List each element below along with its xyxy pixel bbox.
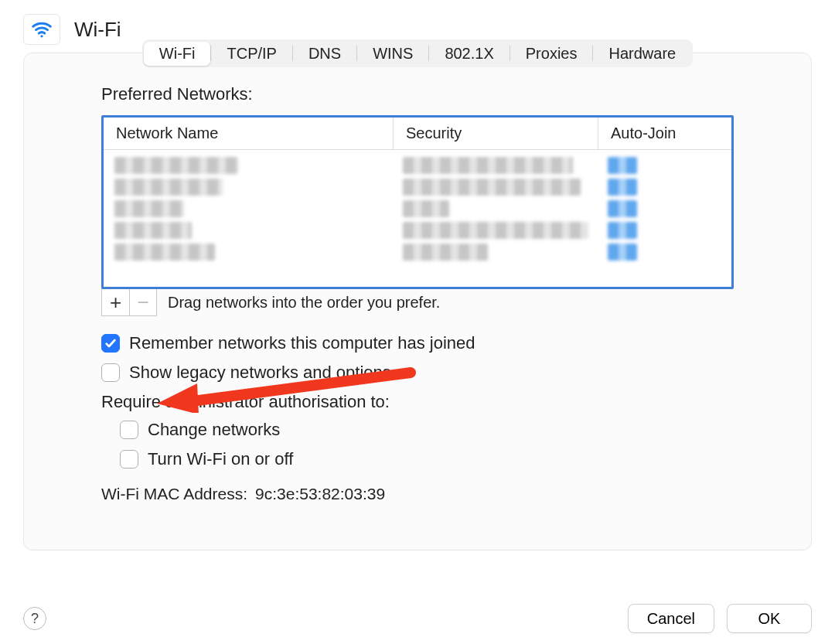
show-legacy-checkbox[interactable] <box>101 363 120 382</box>
add-network-button[interactable]: + <box>101 288 129 316</box>
drag-hint-text: Drag networks into the order you prefer. <box>168 294 440 312</box>
svg-point-0 <box>40 35 43 37</box>
settings-panel: Wi-Fi TCP/IP DNS WINS 802.1X Proxies Har… <box>23 53 812 550</box>
column-security[interactable]: Security <box>394 118 598 149</box>
cancel-button[interactable]: Cancel <box>628 604 714 633</box>
remember-networks-checkbox[interactable] <box>101 334 120 353</box>
mac-address-label: Wi-Fi MAC Address: <box>101 485 247 503</box>
mac-address-value: 9c:3e:53:82:03:39 <box>255 485 385 503</box>
ok-button[interactable]: OK <box>727 604 812 633</box>
remember-networks-label: Remember networks this computer has join… <box>129 333 475 353</box>
table-row[interactable] <box>113 220 722 241</box>
column-auto-join[interactable]: Auto-Join <box>598 118 731 149</box>
change-networks-checkbox[interactable] <box>120 421 138 439</box>
wifi-onoff-label: Turn Wi-Fi on or off <box>148 449 293 469</box>
remove-network-button[interactable]: − <box>129 288 157 316</box>
admin-authorisation-label: Require administrator authorisation to: <box>101 392 734 412</box>
column-network-name[interactable]: Network Name <box>104 118 394 149</box>
show-legacy-label: Show legacy networks and options <box>129 363 391 383</box>
table-row[interactable] <box>113 176 722 198</box>
table-body <box>104 150 731 267</box>
help-button[interactable]: ? <box>23 607 46 630</box>
table-row[interactable] <box>113 155 722 176</box>
preferred-networks-label: Preferred Networks: <box>101 84 734 104</box>
page-title: Wi-Fi <box>74 18 121 42</box>
table-row[interactable] <box>113 241 722 263</box>
table-header: Network Name Security Auto-Join <box>104 118 731 150</box>
preferred-networks-table[interactable]: Network Name Security Auto-Join <box>101 115 734 289</box>
table-row[interactable] <box>113 198 722 220</box>
change-networks-label: Change networks <box>148 420 280 440</box>
wifi-onoff-checkbox[interactable] <box>120 450 138 469</box>
